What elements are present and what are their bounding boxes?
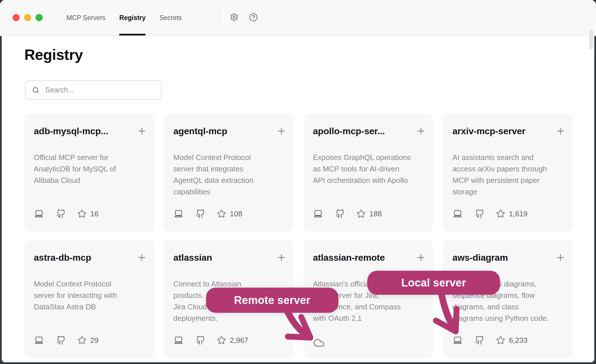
server-card: adb-mysql-mcp... Official MCP server for… bbox=[24, 114, 154, 232]
card-footer: 16 bbox=[34, 209, 99, 219]
github-icon bbox=[335, 209, 345, 219]
plus-icon bbox=[555, 252, 566, 263]
server-description: Exposes GraphQL operations as MCP tools … bbox=[313, 152, 428, 186]
local-server-callout: Local server bbox=[367, 271, 500, 295]
star-icon bbox=[217, 209, 226, 218]
plus-icon bbox=[276, 252, 287, 263]
card-header: atlassian-remote bbox=[313, 252, 426, 263]
laptop-icon bbox=[173, 209, 184, 219]
tab-registry[interactable]: Registry bbox=[119, 0, 146, 35]
laptop-icon bbox=[452, 335, 463, 345]
card-footer: 6,233 bbox=[452, 335, 528, 345]
page-title: Registry bbox=[24, 46, 83, 64]
app-window: MCP Servers Registry Secrets Registry bbox=[0, 0, 596, 364]
server-description: Model Context Protocol server that integ… bbox=[173, 152, 288, 197]
card-header: arxiv-mcp-server bbox=[452, 125, 566, 137]
server-name: atlassian-remote bbox=[313, 252, 385, 263]
star-count: 1,619 bbox=[509, 209, 528, 218]
zoom-button[interactable] bbox=[36, 14, 43, 21]
server-grid: adb-mysql-mcp... Official MCP server for… bbox=[24, 114, 573, 358]
server-description: AI assistants search and access arXiv pa… bbox=[452, 152, 567, 197]
close-button[interactable] bbox=[13, 14, 20, 21]
plus-icon bbox=[276, 126, 287, 136]
title-bar: MCP Servers Registry Secrets bbox=[0, 0, 596, 36]
star-icon bbox=[496, 336, 505, 345]
github-icon bbox=[196, 335, 205, 345]
add-server-button[interactable] bbox=[137, 252, 147, 263]
server-description: Official MCP server for AnalyticDB for M… bbox=[34, 152, 149, 186]
github-icon bbox=[56, 335, 66, 345]
cloud-icon bbox=[313, 338, 325, 348]
laptop-icon bbox=[34, 335, 44, 345]
server-card: apollo-mcp-ser... Exposes GraphQL operat… bbox=[303, 114, 433, 232]
server-name: agentql-mcp bbox=[173, 125, 227, 137]
plus-icon bbox=[137, 252, 147, 263]
search-icon bbox=[32, 86, 40, 94]
star-count: 2,967 bbox=[230, 336, 248, 345]
star-icon bbox=[217, 336, 226, 345]
header-divider bbox=[219, 6, 220, 28]
github-icon bbox=[56, 209, 66, 219]
plus-icon bbox=[137, 126, 147, 136]
card-footer: 1,619 bbox=[452, 209, 528, 219]
star-count: 16 bbox=[90, 209, 99, 218]
traffic-lights bbox=[13, 14, 43, 21]
card-footer: 2,967 bbox=[173, 335, 248, 345]
card-header: atlassian bbox=[173, 252, 287, 263]
scrollbar-thumb[interactable] bbox=[589, 30, 593, 49]
help-button[interactable] bbox=[249, 13, 258, 22]
tab-label: MCP Servers bbox=[66, 14, 105, 22]
server-name: apollo-mcp-ser... bbox=[313, 125, 385, 137]
card-header: adb-mysql-mcp... bbox=[34, 125, 147, 137]
card-footer-remote bbox=[313, 338, 325, 348]
help-icon bbox=[249, 13, 258, 22]
star-count: 29 bbox=[90, 336, 99, 345]
server-name: arxiv-mcp-server bbox=[452, 125, 526, 137]
star-count: 6,233 bbox=[509, 336, 528, 345]
star-icon bbox=[356, 209, 366, 218]
laptop-icon bbox=[34, 209, 44, 219]
settings-button[interactable] bbox=[230, 13, 238, 21]
add-server-button[interactable] bbox=[416, 252, 426, 263]
plus-icon bbox=[416, 126, 426, 136]
server-name: adb-mysql-mcp... bbox=[34, 125, 108, 137]
local-server-label: Local server bbox=[401, 277, 466, 289]
tab-label: Secrets bbox=[159, 14, 182, 22]
server-description: Model Context Protocol server for intera… bbox=[34, 278, 149, 312]
star-count: 108 bbox=[230, 209, 242, 218]
plus-icon bbox=[555, 126, 566, 136]
remote-server-callout: Remote server bbox=[206, 288, 338, 313]
card-footer: 188 bbox=[313, 209, 382, 219]
remote-server-label: Remote server bbox=[234, 294, 311, 306]
star-icon bbox=[77, 336, 87, 345]
card-header: astra-db-mcp bbox=[34, 252, 147, 263]
laptop-icon bbox=[452, 209, 463, 219]
search-input[interactable] bbox=[45, 86, 149, 94]
card-footer: 29 bbox=[34, 335, 99, 345]
search-box bbox=[25, 80, 162, 100]
gear-icon bbox=[230, 13, 238, 21]
server-name: astra-db-mcp bbox=[34, 252, 91, 263]
add-server-button[interactable] bbox=[555, 252, 566, 263]
card-header: agentql-mcp bbox=[173, 125, 287, 137]
add-server-button[interactable] bbox=[555, 126, 566, 136]
star-count: 188 bbox=[369, 209, 382, 218]
add-server-button[interactable] bbox=[137, 126, 147, 136]
server-name: atlassian bbox=[173, 252, 212, 263]
star-icon bbox=[496, 209, 505, 218]
minimize-button[interactable] bbox=[24, 14, 31, 21]
nav-tabs: MCP Servers Registry Secrets bbox=[66, 0, 182, 35]
github-icon bbox=[196, 209, 205, 219]
add-server-button[interactable] bbox=[416, 126, 426, 136]
add-server-button[interactable] bbox=[276, 252, 287, 263]
add-server-button[interactable] bbox=[276, 126, 287, 136]
server-name: aws-diagram bbox=[452, 252, 508, 263]
plus-icon bbox=[416, 252, 426, 263]
laptop-icon bbox=[313, 209, 323, 219]
server-card: astra-db-mcp Model Context Protocol serv… bbox=[24, 240, 154, 358]
card-header: apollo-mcp-ser... bbox=[313, 125, 426, 137]
tab-secrets[interactable]: Secrets bbox=[159, 0, 182, 35]
star-icon bbox=[77, 209, 87, 218]
tab-mcp-servers[interactable]: MCP Servers bbox=[66, 0, 105, 35]
server-card: agentql-mcp Model Context Protocol serve… bbox=[164, 114, 293, 232]
